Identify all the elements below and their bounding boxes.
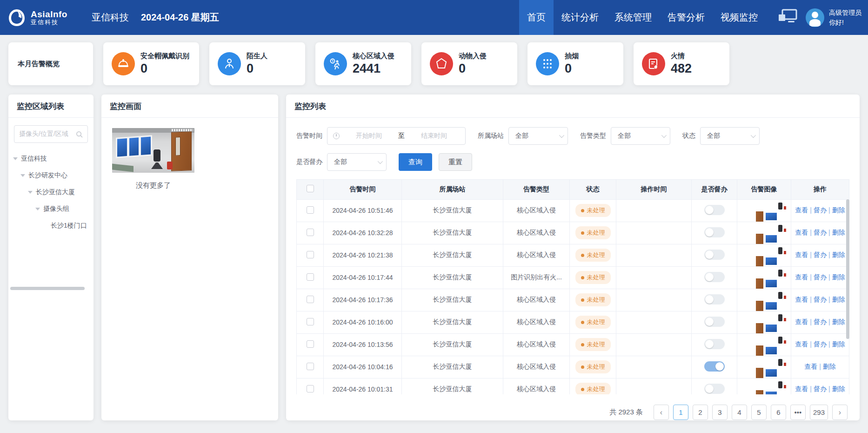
action-查看[interactable]: 查看 — [795, 251, 808, 258]
row-checkbox[interactable] — [307, 229, 314, 236]
caret-down-icon[interactable] — [13, 157, 18, 160]
action-督办[interactable]: 督办 — [814, 318, 827, 325]
action-查看[interactable]: 查看 — [795, 296, 808, 303]
supervise-toggle[interactable] — [704, 250, 725, 260]
video-wall-icon[interactable] — [778, 9, 797, 27]
prev-page-button[interactable]: ‹ — [654, 405, 669, 420]
action-查看[interactable]: 查看 — [795, 318, 808, 325]
action-删除[interactable]: 删除 — [823, 363, 836, 370]
page-button-5[interactable]: 5 — [751, 405, 767, 420]
alert-time-cell: 2024-04-26 10:01:31 — [324, 378, 402, 394]
camera-snapshot[interactable] — [112, 128, 194, 173]
supervise-toggle[interactable] — [704, 205, 725, 215]
action-督办[interactable]: 督办 — [814, 206, 827, 214]
supervise-toggle[interactable] — [704, 339, 725, 349]
tree-item-亚信科技[interactable]: 亚信科技 — [11, 150, 91, 167]
column-header-操作时间: 操作时间 — [616, 180, 692, 199]
supervise-toggle[interactable] — [704, 361, 725, 372]
action-删除[interactable]: 删除 — [832, 296, 845, 303]
select-all-checkbox[interactable] — [307, 185, 314, 192]
tree-horizontal-scrollbar[interactable] — [10, 287, 85, 290]
action-督办[interactable]: 督办 — [814, 273, 827, 281]
nav-item-首页[interactable]: 首页 — [519, 0, 554, 35]
stat-label: 火情 — [671, 52, 692, 61]
action-查看[interactable]: 查看 — [795, 229, 808, 236]
action-查看[interactable]: 查看 — [795, 273, 808, 281]
page-button-6[interactable]: 6 — [771, 405, 786, 420]
tree-item-长沙1楼门口[interactable]: 长沙1楼门口 — [11, 217, 91, 234]
row-checkbox[interactable] — [307, 340, 314, 348]
station-select[interactable]: 全部 — [508, 127, 568, 145]
supervise-select[interactable]: 全部 — [327, 153, 387, 171]
page-button-1[interactable]: 1 — [673, 405, 688, 420]
caret-down-icon[interactable] — [28, 191, 33, 194]
nav-item-统计分析[interactable]: 统计分析 — [554, 0, 607, 35]
supervise-toggle[interactable] — [704, 317, 725, 327]
no-more-text: 没有更多了 — [101, 181, 205, 190]
action-督办[interactable]: 督办 — [814, 340, 827, 348]
status-badge: 未处理 — [575, 271, 611, 284]
chevron-down-icon — [751, 133, 756, 138]
row-checkbox[interactable] — [307, 318, 314, 325]
page-button-4[interactable]: 4 — [732, 405, 747, 420]
search-button[interactable]: 查询 — [399, 153, 432, 171]
status-dot-icon — [581, 298, 584, 302]
stat-card-安全帽佩戴识别: 安全帽佩戴识别0 — [103, 42, 199, 85]
row-checkbox[interactable] — [307, 296, 314, 303]
caret-down-icon[interactable] — [35, 208, 40, 210]
row-checkbox[interactable] — [307, 206, 314, 214]
action-督办[interactable]: 督办 — [814, 251, 827, 258]
supervise-toggle[interactable] — [704, 384, 725, 394]
supervise-toggle[interactable] — [704, 227, 725, 237]
row-checkbox[interactable] — [307, 273, 314, 281]
action-督办[interactable]: 督办 — [814, 229, 827, 236]
caret-down-icon[interactable] — [20, 174, 25, 177]
action-删除[interactable]: 删除 — [832, 318, 845, 325]
action-删除[interactable]: 删除 — [832, 206, 845, 214]
more-pages-button[interactable]: ••• — [790, 405, 806, 420]
row-checkbox[interactable] — [307, 363, 314, 370]
nav-item-告警分析[interactable]: 告警分析 — [660, 0, 713, 35]
table-row: 2024-04-26 10:17:36长沙亚信大厦核心区域入侵未处理查看|督办|… — [297, 289, 849, 311]
row-checkbox[interactable] — [307, 385, 314, 392]
action-删除[interactable]: 删除 — [832, 385, 845, 392]
action-删除[interactable]: 删除 — [832, 251, 845, 258]
user-info[interactable]: 高级管理员 你好! — [829, 8, 861, 27]
alert-time-range-input[interactable]: 开始时间 至 结束时间 — [327, 127, 466, 145]
action-督办[interactable]: 督办 — [814, 296, 827, 303]
status-select[interactable]: 全部 — [700, 127, 760, 145]
alert-type-cell: 核心区域入侵 — [503, 311, 570, 333]
action-separator: | — [828, 206, 830, 214]
table-vertical-scrollbar[interactable] — [846, 199, 849, 339]
region-tree: 亚信科技长沙研发中心长沙亚信大厦摄像头组长沙1楼门口 — [8, 146, 93, 239]
user-avatar[interactable] — [806, 8, 824, 27]
action-查看[interactable]: 查看 — [804, 363, 817, 370]
supervise-toggle[interactable] — [704, 294, 725, 304]
page-button-293[interactable]: 293 — [810, 405, 828, 420]
nav-item-系统管理[interactable]: 系统管理 — [607, 0, 660, 35]
table-row: 2024-04-26 10:32:28长沙亚信大厦核心区域入侵未处理查看|督办|… — [297, 222, 849, 244]
user-greeting: 你好! — [829, 18, 861, 27]
reset-button[interactable]: 重置 — [439, 153, 472, 171]
camera-search-input[interactable]: 摄像头/位置/区域 — [14, 125, 88, 143]
tree-item-长沙亚信大厦[interactable]: 长沙亚信大厦 — [11, 184, 91, 201]
action-查看[interactable]: 查看 — [795, 206, 808, 214]
supervise-toggle[interactable] — [704, 272, 725, 282]
tree-item-摄像头组[interactable]: 摄像头组 — [11, 201, 91, 217]
status-dot-icon — [581, 209, 584, 212]
page-button-3[interactable]: 3 — [712, 405, 728, 420]
action-删除[interactable]: 删除 — [832, 229, 845, 236]
tree-item-长沙研发中心[interactable]: 长沙研发中心 — [11, 167, 91, 184]
next-page-button[interactable]: › — [832, 405, 848, 420]
row-checkbox[interactable] — [307, 251, 314, 258]
action-查看[interactable]: 查看 — [795, 340, 808, 348]
action-删除[interactable]: 删除 — [832, 273, 845, 281]
alert-type-select[interactable]: 全部 — [611, 127, 670, 145]
action-查看[interactable]: 查看 — [795, 385, 808, 392]
stat-value: 482 — [671, 61, 692, 76]
tree-item-label: 长沙研发中心 — [28, 171, 67, 180]
action-督办[interactable]: 督办 — [814, 385, 827, 392]
nav-item-视频监控[interactable]: 视频监控 — [713, 0, 766, 35]
action-删除[interactable]: 删除 — [832, 340, 845, 348]
page-button-2[interactable]: 2 — [693, 405, 708, 420]
